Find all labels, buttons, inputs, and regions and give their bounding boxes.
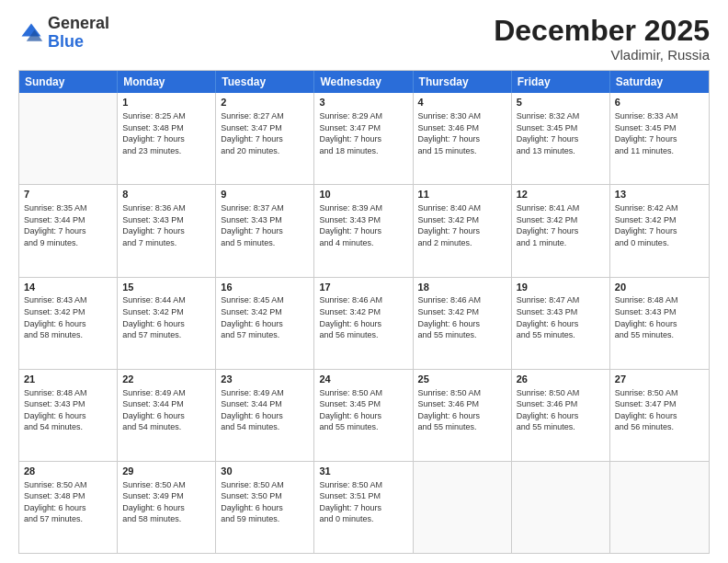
weekday-monday: Monday [118, 71, 216, 93]
logo-general: General [48, 14, 109, 32]
day-info-11: Sunrise: 8:40 AM Sunset: 3:42 PM Dayligh… [418, 202, 506, 248]
calendar: Sunday Monday Tuesday Wednesday Thursday… [18, 70, 710, 554]
day-info-13: Sunrise: 8:42 AM Sunset: 3:42 PM Dayligh… [615, 202, 704, 248]
day-info-23: Sunrise: 8:49 AM Sunset: 3:44 PM Dayligh… [221, 387, 309, 433]
cal-row-4: 28Sunrise: 8:50 AM Sunset: 3:48 PM Dayli… [19, 461, 709, 553]
day-number-24: 24 [319, 373, 407, 386]
page: General Blue December 2025 Vladimir, Rus… [0, 0, 728, 563]
day-number-9: 9 [221, 188, 309, 201]
logo-text: General Blue [48, 15, 109, 52]
day-number-8: 8 [122, 188, 210, 201]
cal-cell-r2-c5: 19Sunrise: 8:47 AM Sunset: 3:43 PM Dayli… [512, 278, 610, 369]
day-info-4: Sunrise: 8:30 AM Sunset: 3:46 PM Dayligh… [418, 110, 506, 156]
calendar-header: Sunday Monday Tuesday Wednesday Thursday… [19, 71, 709, 93]
weekday-wednesday: Wednesday [314, 71, 413, 93]
day-info-20: Sunrise: 8:48 AM Sunset: 3:43 PM Dayligh… [615, 294, 704, 340]
cal-cell-r4-c2: 30Sunrise: 8:50 AM Sunset: 3:50 PM Dayli… [216, 462, 314, 553]
day-number-3: 3 [319, 96, 407, 109]
logo-icon [18, 20, 44, 46]
cal-cell-r0-c1: 1Sunrise: 8:25 AM Sunset: 3:48 PM Daylig… [118, 93, 216, 184]
day-number-30: 30 [221, 465, 309, 478]
weekday-friday: Friday [512, 71, 610, 93]
weekday-sunday: Sunday [19, 71, 118, 93]
day-info-1: Sunrise: 8:25 AM Sunset: 3:48 PM Dayligh… [122, 110, 210, 156]
day-number-16: 16 [221, 281, 309, 294]
day-number-11: 11 [418, 188, 506, 201]
day-info-18: Sunrise: 8:46 AM Sunset: 3:42 PM Dayligh… [418, 294, 506, 340]
day-number-31: 31 [319, 465, 407, 478]
cal-cell-r2-c3: 17Sunrise: 8:46 AM Sunset: 3:42 PM Dayli… [314, 278, 413, 369]
day-number-21: 21 [24, 373, 112, 386]
header: General Blue December 2025 Vladimir, Rus… [18, 15, 710, 63]
cal-cell-r1-c0: 7Sunrise: 8:35 AM Sunset: 3:44 PM Daylig… [19, 185, 118, 276]
cal-cell-r2-c1: 15Sunrise: 8:44 AM Sunset: 3:42 PM Dayli… [118, 278, 216, 369]
day-number-5: 5 [517, 96, 605, 109]
day-info-5: Sunrise: 8:32 AM Sunset: 3:45 PM Dayligh… [517, 110, 605, 156]
cal-cell-r3-c2: 23Sunrise: 8:49 AM Sunset: 3:44 PM Dayli… [216, 370, 314, 461]
cal-row-1: 7Sunrise: 8:35 AM Sunset: 3:44 PM Daylig… [19, 184, 709, 276]
weekday-tuesday: Tuesday [216, 71, 314, 93]
day-number-2: 2 [221, 96, 309, 109]
weekday-thursday: Thursday [414, 71, 512, 93]
day-info-28: Sunrise: 8:50 AM Sunset: 3:48 PM Dayligh… [24, 479, 112, 525]
day-number-14: 14 [24, 281, 112, 294]
day-number-10: 10 [319, 188, 407, 201]
day-number-15: 15 [122, 281, 210, 294]
day-info-6: Sunrise: 8:33 AM Sunset: 3:45 PM Dayligh… [615, 110, 704, 156]
day-info-16: Sunrise: 8:45 AM Sunset: 3:42 PM Dayligh… [221, 294, 309, 340]
day-number-1: 1 [122, 96, 210, 109]
cal-cell-r2-c6: 20Sunrise: 8:48 AM Sunset: 3:43 PM Dayli… [610, 278, 709, 369]
day-info-15: Sunrise: 8:44 AM Sunset: 3:42 PM Dayligh… [122, 294, 210, 340]
day-number-17: 17 [319, 281, 407, 294]
day-number-28: 28 [24, 465, 112, 478]
day-info-8: Sunrise: 8:36 AM Sunset: 3:43 PM Dayligh… [122, 202, 210, 248]
day-info-27: Sunrise: 8:50 AM Sunset: 3:47 PM Dayligh… [615, 387, 704, 433]
day-number-20: 20 [615, 281, 704, 294]
cal-cell-r2-c2: 16Sunrise: 8:45 AM Sunset: 3:42 PM Dayli… [216, 278, 314, 369]
day-number-22: 22 [122, 373, 210, 386]
cal-cell-r2-c4: 18Sunrise: 8:46 AM Sunset: 3:42 PM Dayli… [414, 278, 512, 369]
cal-cell-r4-c3: 31Sunrise: 8:50 AM Sunset: 3:51 PM Dayli… [314, 462, 413, 553]
cal-row-0: 1Sunrise: 8:25 AM Sunset: 3:48 PM Daylig… [19, 93, 709, 184]
title-block: December 2025 Vladimir, Russia [494, 15, 710, 63]
day-info-10: Sunrise: 8:39 AM Sunset: 3:43 PM Dayligh… [319, 202, 407, 248]
day-number-4: 4 [418, 96, 506, 109]
day-info-29: Sunrise: 8:50 AM Sunset: 3:49 PM Dayligh… [122, 479, 210, 525]
cal-cell-r3-c4: 25Sunrise: 8:50 AM Sunset: 3:46 PM Dayli… [414, 370, 512, 461]
cal-cell-r3-c0: 21Sunrise: 8:48 AM Sunset: 3:43 PM Dayli… [19, 370, 118, 461]
day-info-9: Sunrise: 8:37 AM Sunset: 3:43 PM Dayligh… [221, 202, 309, 248]
cal-cell-r4-c5 [512, 462, 610, 553]
day-info-2: Sunrise: 8:27 AM Sunset: 3:47 PM Dayligh… [221, 110, 309, 156]
day-number-23: 23 [221, 373, 309, 386]
location: Vladimir, Russia [494, 47, 710, 63]
day-info-14: Sunrise: 8:43 AM Sunset: 3:42 PM Dayligh… [24, 294, 112, 340]
cal-cell-r0-c0 [19, 93, 118, 184]
day-number-12: 12 [517, 188, 605, 201]
day-info-17: Sunrise: 8:46 AM Sunset: 3:42 PM Dayligh… [319, 294, 407, 340]
day-info-24: Sunrise: 8:50 AM Sunset: 3:45 PM Dayligh… [319, 387, 407, 433]
day-info-19: Sunrise: 8:47 AM Sunset: 3:43 PM Dayligh… [517, 294, 605, 340]
cal-cell-r0-c2: 2Sunrise: 8:27 AM Sunset: 3:47 PM Daylig… [216, 93, 314, 184]
day-info-30: Sunrise: 8:50 AM Sunset: 3:50 PM Dayligh… [221, 479, 309, 525]
cal-cell-r1-c5: 12Sunrise: 8:41 AM Sunset: 3:42 PM Dayli… [512, 185, 610, 276]
logo-blue: Blue [48, 32, 84, 51]
cal-cell-r4-c1: 29Sunrise: 8:50 AM Sunset: 3:49 PM Dayli… [118, 462, 216, 553]
day-number-18: 18 [418, 281, 506, 294]
cal-cell-r3-c6: 27Sunrise: 8:50 AM Sunset: 3:47 PM Dayli… [610, 370, 709, 461]
day-number-25: 25 [418, 373, 506, 386]
cal-cell-r0-c5: 5Sunrise: 8:32 AM Sunset: 3:45 PM Daylig… [512, 93, 610, 184]
cal-cell-r4-c0: 28Sunrise: 8:50 AM Sunset: 3:48 PM Dayli… [19, 462, 118, 553]
cal-cell-r3-c1: 22Sunrise: 8:49 AM Sunset: 3:44 PM Dayli… [118, 370, 216, 461]
cal-row-2: 14Sunrise: 8:43 AM Sunset: 3:42 PM Dayli… [19, 277, 709, 369]
month-year: December 2025 [494, 15, 710, 47]
day-info-22: Sunrise: 8:49 AM Sunset: 3:44 PM Dayligh… [122, 387, 210, 433]
cal-cell-r4-c6 [610, 462, 709, 553]
logo: General Blue [18, 15, 109, 52]
cal-cell-r0-c6: 6Sunrise: 8:33 AM Sunset: 3:45 PM Daylig… [610, 93, 709, 184]
cal-cell-r4-c4 [414, 462, 512, 553]
cal-cell-r3-c5: 26Sunrise: 8:50 AM Sunset: 3:46 PM Dayli… [512, 370, 610, 461]
day-number-19: 19 [517, 281, 605, 294]
day-info-7: Sunrise: 8:35 AM Sunset: 3:44 PM Dayligh… [24, 202, 112, 248]
day-info-21: Sunrise: 8:48 AM Sunset: 3:43 PM Dayligh… [24, 387, 112, 433]
cal-cell-r0-c4: 4Sunrise: 8:30 AM Sunset: 3:46 PM Daylig… [414, 93, 512, 184]
